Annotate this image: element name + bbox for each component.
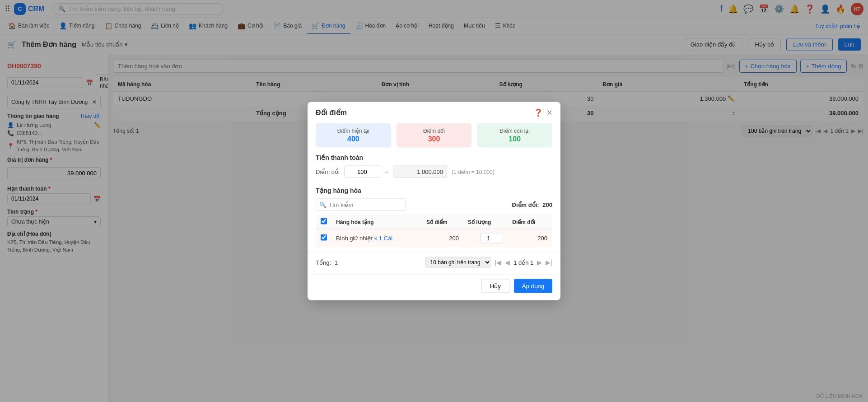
gift-points-label: Điểm đổi: 200 — [512, 201, 552, 208]
gift-so-diem: 200 — [422, 229, 463, 247]
modal-footer: Tổng: 1 10 bản ghi trên trang |◀ ◀ 1 đến… — [308, 252, 560, 274]
gift-checkbox-cell — [316, 229, 332, 247]
gift-diem-doi-label: Điểm đổi: — [512, 201, 539, 208]
gift-section: Tặng hàng hóa 🔍 Điểm đổi: 200 Hàng hóa t… — [308, 185, 560, 252]
exchange-points-box: Điểm đổi 300 — [397, 123, 472, 148]
gift-so-luong — [463, 229, 508, 247]
select-all-checkbox[interactable] — [321, 218, 327, 224]
current-points-value: 400 — [322, 135, 385, 143]
col-so-luong-gift: Số lượng — [463, 215, 508, 229]
gift-section-title: Tặng hàng hóa — [316, 187, 552, 194]
modal-footer-right: 10 bản ghi trên trang |◀ ◀ 1 đến 1 ▶ ▶| — [425, 257, 552, 268]
close-icon[interactable]: ✕ — [546, 108, 552, 117]
total-count: 1 — [335, 259, 338, 266]
gift-first-page[interactable]: |◀ — [495, 259, 502, 266]
gift-diem-doi-value: 200 — [542, 201, 552, 208]
col-so-diem: Số điểm — [422, 215, 463, 229]
remaining-points-box: Điểm còn lại 100 — [477, 123, 552, 148]
point-input[interactable] — [344, 166, 380, 178]
modal-footer-total: Tổng: 1 — [316, 259, 338, 266]
doi-diem-modal: Đổi điểm ❓ ✕ Điểm hiện tại 400 Điểm đổi … — [308, 102, 560, 300]
modal-apply-button[interactable]: Áp dụng — [514, 279, 552, 293]
exchange-points-label: Điểm đổi — [403, 128, 466, 134]
modal-action-row: Hủy Áp dụng — [308, 274, 560, 300]
col-diem-doi-gift: Điểm đổi — [508, 215, 552, 229]
discount-input[interactable] — [393, 166, 447, 178]
gift-item-checkbox[interactable] — [321, 234, 327, 241]
col-hang-hoa-tang: Hàng hóa tặng — [331, 215, 422, 229]
total-label: Tổng: — [316, 259, 331, 266]
help-modal-icon[interactable]: ❓ — [534, 108, 543, 117]
gift-page-info: 1 đến 1 — [513, 259, 533, 266]
gift-row: Bình giữ nhiệt x 1 Cái 200 200 — [316, 229, 552, 247]
gift-search-icon: 🔍 — [319, 201, 327, 208]
remaining-points-label: Điểm còn lại — [483, 128, 546, 134]
payment-section-title: Tiền thanh toán — [316, 154, 552, 161]
gift-search-input[interactable] — [316, 199, 406, 211]
payment-row: Điểm đổi = (1 điểm = 10.000) — [316, 166, 552, 178]
current-points-label: Điểm hiện tại — [322, 128, 385, 134]
remaining-points-value: 100 — [483, 135, 546, 143]
modal-title: Đổi điểm — [316, 108, 347, 117]
gift-qty-input[interactable] — [481, 233, 503, 243]
current-points-box: Điểm hiện tại 400 — [316, 123, 391, 148]
gift-prev-page[interactable]: ◀ — [505, 259, 510, 266]
gift-table: Hàng hóa tặng Số điểm Số lượng Điểm đổi … — [316, 215, 552, 248]
gift-diem-doi-val: 200 — [508, 229, 552, 247]
modal-points-row: Điểm hiện tại 400 Điểm đổi 300 Điểm còn … — [308, 117, 560, 152]
rate-note: (1 điểm = 10.000) — [452, 168, 495, 175]
gift-product-name: Bình giữ nhiệt x 1 Cái — [331, 229, 422, 247]
payment-section: Tiền thanh toán Điểm đổi = (1 điểm = 10.… — [308, 152, 560, 185]
gift-last-page[interactable]: ▶| — [546, 259, 552, 266]
modal-header-icons: ❓ ✕ — [534, 108, 552, 117]
exchange-points-value: 300 — [403, 135, 466, 143]
modal-cancel-button[interactable]: Hủy — [481, 279, 509, 293]
gift-search-row: 🔍 Điểm đổi: 200 — [316, 199, 552, 211]
gift-unit-link[interactable]: x 1 Cái — [374, 235, 392, 242]
gift-next-page[interactable]: ▶ — [537, 259, 542, 266]
diem-doi-label: Điểm đổi — [316, 168, 340, 175]
gift-records-select[interactable]: 10 bản ghi trên trang — [425, 257, 491, 268]
equals-sign: = — [385, 168, 388, 175]
modal-header: Đổi điểm ❓ ✕ — [308, 102, 560, 117]
gift-search-wrapper: 🔍 — [316, 199, 406, 211]
col-checkbox — [316, 215, 332, 229]
